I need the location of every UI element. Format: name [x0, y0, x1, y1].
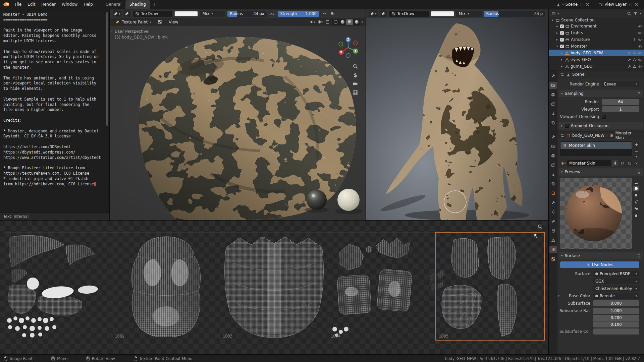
- disclosure-triangle-icon[interactable]: ▸: [560, 65, 564, 68]
- workspace-tab-general[interactable]: General: [102, 0, 125, 9]
- subsurface-field[interactable]: 0.000: [593, 300, 639, 306]
- udim-tile-1005[interactable]: 1005: [436, 233, 544, 340]
- menu-file[interactable]: File: [12, 1, 24, 7]
- browse-material-dropdown[interactable]: ▾: [560, 160, 566, 166]
- breadcrumb-object[interactable]: body_GEO_NEW: [572, 133, 604, 138]
- preview-type-cloth-button[interactable]: [633, 206, 639, 212]
- preview-type-hair-button[interactable]: [633, 199, 639, 205]
- panel-drag-grip[interactable]: [636, 170, 640, 174]
- workspace-tab-shading[interactable]: Shading: [125, 0, 150, 9]
- outliner-item-monster[interactable]: ▾✓Monster: [549, 43, 644, 50]
- new-view-layer-icon[interactable]: [628, 2, 633, 7]
- sss-method-dropdown[interactable]: Christensen-Burley ▾: [593, 286, 639, 292]
- outliner-item-eyes_geo[interactable]: ▸eyes_GEO: [549, 56, 644, 63]
- collection-checkbox[interactable]: ✓: [560, 45, 564, 48]
- disclosure-triangle-icon[interactable]: ▸: [560, 51, 564, 55]
- subsurface-radius-y-field[interactable]: 0.200: [593, 315, 639, 321]
- properties-editor-icon[interactable]: [560, 133, 565, 138]
- properties-tab-modifiers[interactable]: [549, 199, 557, 206]
- blender-logo-icon[interactable]: [3, 2, 9, 6]
- udim-tile-1004[interactable]: 1004: [328, 233, 436, 340]
- preview-type-liquid-button[interactable]: [633, 213, 639, 218]
- add-workspace-button[interactable]: +: [150, 0, 159, 9]
- panel-header-ambient-occlusion[interactable]: ▸ Ambient Occlusion: [558, 122, 643, 129]
- menu-render[interactable]: Render: [39, 1, 58, 7]
- radius-pressure-toggle[interactable]: [269, 10, 276, 17]
- outliner-item-armature[interactable]: ▸✓Armature: [549, 36, 644, 43]
- udim-tile-1002[interactable]: 1002: [112, 233, 220, 340]
- zoom-icon[interactable]: [537, 224, 543, 229]
- disclosure-triangle-icon[interactable]: ▸: [555, 24, 559, 28]
- add-slot-button[interactable]: [633, 141, 639, 147]
- outliner-item-gums_geo[interactable]: ▸gums_GEO: [549, 63, 644, 70]
- distribution-dropdown[interactable]: GGX ▾: [593, 278, 639, 284]
- show-overlays-dropdown[interactable]: ▾: [316, 19, 323, 25]
- use-nodes-button[interactable]: Use Nodes: [560, 261, 639, 268]
- breadcrumb-material[interactable]: Monster Skin: [615, 131, 641, 140]
- panel-drag-grip[interactable]: [636, 254, 640, 257]
- disclosure-triangle-icon[interactable]: ▸: [555, 38, 559, 41]
- ortho-grid-icon[interactable]: [353, 90, 358, 95]
- panel-header-sampling[interactable]: ▾ Sampling: [558, 90, 643, 97]
- blend-mode-dropdown[interactable]: Mix ▾: [456, 11, 482, 17]
- brush-color-swatch[interactable]: [174, 11, 198, 16]
- chevron-down-icon[interactable]: ▾: [640, 12, 641, 15]
- brush-preview-dropdown[interactable]: ▾: [113, 10, 121, 17]
- outliner-editor-icon[interactable]: [551, 11, 556, 16]
- properties-editor-icon[interactable]: [560, 72, 565, 77]
- panel-header-preview[interactable]: ▾ Preview: [558, 168, 643, 176]
- ambient-occlusion-checkbox[interactable]: [565, 124, 569, 128]
- properties-tab-world[interactable]: [549, 119, 557, 126]
- preview-type-cube-button[interactable]: [633, 192, 639, 198]
- uv-image-editor[interactable]: 1002 1003: [0, 221, 548, 354]
- radius-slider[interactable]: Radius 34 px: [227, 11, 267, 17]
- subsurface-color-field[interactable]: [593, 328, 639, 335]
- fake-user-button[interactable]: [619, 160, 625, 166]
- panel-header-surface[interactable]: ▾ Surface: [558, 252, 643, 259]
- paint-mask-toggle[interactable]: [157, 19, 163, 25]
- viewport-denoising-checkbox[interactable]: [602, 115, 606, 119]
- outliner-root-collection[interactable]: ▾ Scene Collection: [549, 17, 644, 23]
- text-editor-scrollbar[interactable]: [106, 12, 108, 126]
- zoom-icon[interactable]: [353, 64, 358, 69]
- properties-tab-scene[interactable]: [549, 110, 557, 117]
- shading-material-button[interactable]: [346, 19, 353, 25]
- outliner-item-body_geo_new[interactable]: ▸body_GEO_NEW: [549, 50, 644, 56]
- material-users-count[interactable]: 4: [612, 160, 618, 166]
- expand-socket-icon[interactable]: ▸: [558, 294, 560, 297]
- view-navigation-gizmo[interactable]: Z X Y: [335, 35, 361, 60]
- remove-slot-button[interactable]: [633, 148, 639, 154]
- shading-rendered-button[interactable]: [353, 19, 360, 25]
- subsurface-radius-x-field[interactable]: 1.000: [593, 308, 639, 314]
- unlink-scene-icon[interactable]: [585, 2, 590, 7]
- show-gizmo-dropdown[interactable]: ▾: [309, 19, 315, 25]
- radius-slider[interactable]: Radius 34 p: [484, 11, 545, 17]
- shading-dropdown-chevron[interactable]: ▾: [361, 20, 363, 24]
- material-name-field[interactable]: Monster Skin: [567, 160, 611, 166]
- base-color-input-dropdown[interactable]: Reroute ▾: [593, 293, 639, 299]
- material-slot-active[interactable]: Monster Skin: [560, 142, 632, 149]
- disclosure-triangle-icon[interactable]: ▸: [560, 58, 564, 61]
- collection-checkbox[interactable]: ✓: [560, 38, 564, 42]
- viewport-3d-canvas[interactable]: [366, 18, 548, 220]
- udim-tile-1001[interactable]: [4, 233, 112, 340]
- properties-tab-object[interactable]: [549, 190, 557, 197]
- blend-mode-dropdown[interactable]: Mix ▾: [200, 11, 225, 17]
- brush-preview-dropdown[interactable]: ▾: [369, 10, 378, 17]
- properties-tab-object-data[interactable]: [549, 237, 557, 244]
- properties-tab-physics[interactable]: [549, 218, 557, 225]
- toolbar-toggle-arrow[interactable]: ›: [111, 28, 113, 33]
- mode-dropdown[interactable]: Texture Paint ▾: [113, 19, 154, 25]
- shading-wireframe-button[interactable]: [332, 19, 339, 25]
- render-engine-dropdown[interactable]: Eevee ▾: [602, 81, 639, 87]
- strength-pressure-toggle[interactable]: [321, 10, 328, 17]
- properties-tab-material[interactable]: [549, 246, 557, 253]
- viewport-3d-canvas[interactable]: › User Perspective (5) body_GEO_NEW : bl…: [110, 26, 366, 220]
- collection-checkbox[interactable]: ✓: [560, 31, 564, 35]
- search-icon[interactable]: [627, 11, 631, 16]
- properties-tab-tool[interactable]: [549, 72, 557, 79]
- disclosure-triangle-icon[interactable]: ▾: [551, 18, 554, 22]
- properties-tab-view-layer[interactable]: [549, 101, 557, 108]
- strength-slider[interactable]: Strength 1.000: [278, 11, 319, 17]
- properties-tab-output[interactable]: [549, 91, 557, 98]
